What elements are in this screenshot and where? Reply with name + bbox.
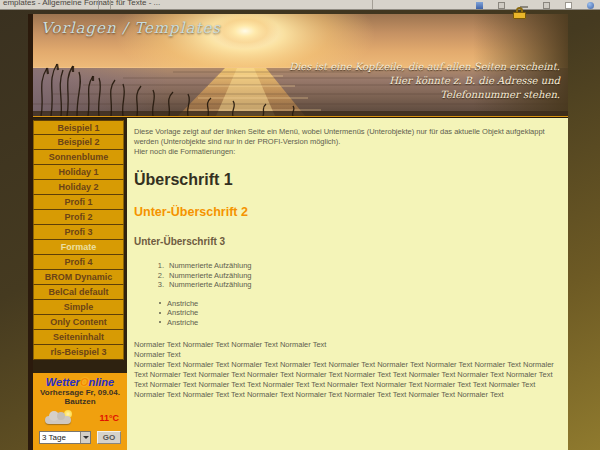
list-item: 2. Nummerierte Aufzählung: [134, 271, 561, 281]
list-number: 1.: [154, 261, 164, 271]
sidebar-item-profi-3[interactable]: Profi 3: [33, 225, 124, 240]
sidebar-item-rls-beispiel-3[interactable]: rls-Beispiel 3: [33, 345, 124, 360]
forecast-row: 11°C: [33, 408, 127, 430]
sidebar-item-beispiel-2[interactable]: Beispiel 2: [33, 135, 124, 150]
select-value: 3 Tage: [40, 432, 80, 443]
tab-divider: [110, 0, 111, 10]
site-title: Vorlagen / Templates: [41, 19, 221, 37]
list-number: 3.: [154, 280, 164, 290]
dropdown-arrow-icon[interactable]: [80, 432, 90, 443]
tagline-line: Hier könnte z. B. die Adresse und: [289, 74, 560, 88]
browser-toolbar: [476, 1, 594, 9]
normal-text-paragraph: Normaler Text Normaler Text Normaler Tex…: [134, 340, 561, 360]
normal-text-long-paragraph: Normaler Text Normaler Text Normaler Tex…: [134, 360, 561, 400]
list-text: Nummerierte Aufzählung: [169, 261, 252, 271]
bullet-icon: [159, 321, 161, 323]
sidebar-item-holiday-2[interactable]: Holiday 2: [33, 180, 124, 195]
forecast-line: Vorhersage Fr, 09.04.: [33, 388, 127, 397]
list-text: Anstriche: [167, 318, 198, 328]
site-header: Vorlagen / Templates Dies ist eine Kopfz…: [33, 14, 568, 116]
forecast-city: Bautzen: [33, 397, 127, 406]
logo-text-nline: nline: [88, 376, 114, 388]
sidebar-item-simple[interactable]: Simple: [33, 300, 124, 315]
sidebar-item-only-content[interactable]: Only Content: [33, 315, 124, 330]
main-content: Diese Vorlage zeigt auf der linken Seite…: [127, 118, 568, 450]
lock-body: [513, 12, 526, 19]
bullet-icon: [159, 302, 161, 304]
header-tagline: Dies ist eine Kopfzeile, die auf allen S…: [289, 60, 560, 102]
tab-divider: [372, 0, 373, 10]
window-icon[interactable]: [543, 2, 550, 9]
temperature-value: 11°C: [99, 413, 119, 423]
tab-divider: [98, 0, 99, 10]
tagline-line: Telefonnummer stehen.: [289, 88, 560, 102]
cloud-icon: [45, 416, 71, 424]
numbered-list: 1. Nummerierte Aufzählung 2. Nummerierte…: [134, 261, 561, 290]
browser-titlebar: emplates - Allgemeine Formate für Texte …: [0, 0, 600, 10]
list-text: Nummerierte Aufzählung: [169, 271, 252, 281]
help-icon[interactable]: [587, 2, 594, 9]
cloud-sun-icon: [45, 410, 75, 426]
list-number: 2.: [154, 271, 164, 281]
bullet-list: Anstriche Anstriche Anstriche: [134, 299, 561, 328]
forecast-range-select[interactable]: 3 Tage: [39, 431, 91, 444]
browser-title: emplates - Allgemeine Formate für Texte …: [3, 0, 160, 7]
list-text: Anstriche: [167, 308, 198, 318]
intro-paragraph: Diese Vorlage zeigt auf der linken Seite…: [134, 127, 561, 147]
list-text: Anstriche: [167, 299, 198, 309]
sidebar-item-profi-1[interactable]: Profi 1: [33, 195, 124, 210]
sidebar-item-belcal-default[interactable]: BelCal default: [33, 285, 124, 300]
normal-text-line: Normaler Text Normaler Text Normaler Tex…: [134, 340, 561, 350]
list-item: 1. Nummerierte Aufzählung: [134, 261, 561, 271]
heading-1: Überschrift 1: [134, 171, 561, 189]
weather-widget: WetterOnline Vorhersage Fr, 09.04. Bautz…: [33, 373, 127, 450]
sidebar-item-brom-dynamic[interactable]: BROM Dynamic: [33, 270, 124, 285]
list-item: Anstriche: [134, 308, 561, 318]
wetteronline-logo[interactable]: WetterOnline: [33, 376, 127, 388]
list-item: Anstriche: [134, 318, 561, 328]
sidebar-item-profi-4[interactable]: Profi 4: [33, 255, 124, 270]
sidebar-item-seiteninhalt[interactable]: Seiteninhalt: [33, 330, 124, 345]
list-item: 3. Nummerierte Aufzählung: [134, 280, 561, 290]
go-button[interactable]: GO: [97, 431, 121, 444]
sidebar-item-sonnenblume[interactable]: Sonnenblume: [33, 150, 124, 165]
tagline-line: Dies ist eine Kopfzeile, die auf allen S…: [289, 60, 560, 74]
weather-controls: 3 Tage GO: [39, 431, 121, 444]
panels-icon[interactable]: [498, 2, 505, 9]
bullet-icon: [159, 312, 161, 314]
heading-2: Unter-Überschrift 2: [134, 205, 561, 219]
page-icon[interactable]: [565, 2, 572, 9]
screen: emplates - Allgemeine Formate für Texte …: [0, 0, 600, 450]
normal-text-line: Normaler Text: [134, 350, 561, 360]
sidebar-item-formate[interactable]: Formate: [33, 240, 124, 255]
list-item: Anstriche: [134, 299, 561, 309]
sidebar-item-profi-2[interactable]: Profi 2: [33, 210, 124, 225]
formats-label: Hier noch die Formatierungen:: [134, 147, 561, 157]
document-icon[interactable]: [476, 2, 483, 9]
lock-icon: [513, 7, 526, 19]
sidebar-item-holiday-1[interactable]: Holiday 1: [33, 165, 124, 180]
heading-3: Unter-Überschrift 3: [134, 236, 561, 248]
sidebar-item-beispiel-1[interactable]: Beispiel 1: [33, 120, 124, 135]
logo-text-wetter: Wetter: [46, 376, 80, 388]
list-text: Nummerierte Aufzählung: [169, 280, 252, 290]
nav-menu: Beispiel 1 Beispiel 2 Sonnenblume Holida…: [33, 120, 124, 360]
